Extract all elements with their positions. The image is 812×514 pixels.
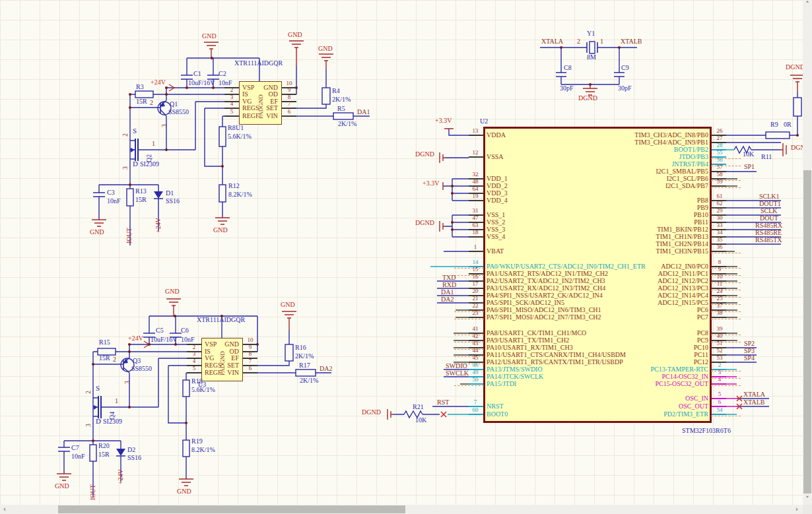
mcu-pin-number: 30	[712, 215, 727, 221]
xtr-part-number: XTR111AIDGQR	[234, 60, 283, 67]
net-da1: DA1	[357, 109, 370, 115]
scroll-down-icon[interactable]: ˅	[803, 495, 812, 504]
r11-val: 10K	[743, 151, 754, 158]
mcu-pin-name: I2C1_SDA/PB7	[528, 183, 708, 189]
xtr-designator: U3	[198, 381, 206, 388]
vertical-scrollbar-thumb[interactable]	[803, 170, 811, 494]
q3-ref: Q3	[133, 358, 141, 364]
r5-ref: R5	[337, 106, 345, 112]
net-swclk: SWCLK	[446, 370, 469, 377]
c6-val: 10nF	[181, 337, 195, 343]
d2-ref: D2	[127, 447, 135, 453]
xtr-pin-number: 8	[282, 94, 296, 100]
mcu-part-number: STM32F103R6T6	[682, 428, 731, 434]
mcu-pin-number: 20	[467, 288, 483, 294]
mcu-pin-stub	[469, 251, 483, 252]
horizontal-scrollbar-thumb[interactable]	[58, 505, 405, 513]
r9-ref: R9	[770, 121, 778, 128]
pwr-3v3: +3.3V	[435, 117, 452, 124]
net-rst: RST	[437, 399, 449, 406]
mcu-pin-name: PD2/TIM3_ETR	[528, 411, 708, 418]
r3-ref: R3	[136, 84, 144, 90]
xtr-pin-name: IS	[242, 91, 248, 98]
mcu-pin-number: 33	[712, 222, 727, 228]
xtr-pin-name: SET	[251, 105, 278, 112]
scroll-up-icon[interactable]: ˄	[803, 0, 812, 9]
schematic-canvas[interactable]: U2 STM32F103R6T6 ‹ › ˄ ˅ GNDC110uF/16VC2…	[0, 0, 812, 514]
xtr-pin-number: 10	[243, 337, 257, 343]
mcu-pin-name: PC8	[528, 330, 708, 337]
net-rs485rx: RS485RX	[755, 222, 782, 229]
r19-val: 8.2K/1%	[191, 447, 215, 453]
mcu-pin-number: 41	[467, 326, 483, 332]
mcu-pin-number: 25	[712, 296, 727, 302]
net-sp1: SP1	[744, 164, 755, 170]
xtr-pin-name: SET	[213, 362, 239, 369]
mcu-pin-name: PC6	[528, 307, 708, 313]
scroll-left-icon[interactable]: ‹	[0, 505, 9, 514]
q3-part: SS8550	[131, 366, 152, 372]
mcu-pin-name: VSS_2	[487, 219, 505, 226]
q4-s: S	[96, 385, 100, 392]
mcu-pin-number: 9	[712, 267, 727, 273]
q4-part: SI2309	[103, 418, 122, 425]
net-da2: DA2	[320, 366, 332, 372]
c9-ref: C9	[621, 65, 629, 71]
mcu-pin-number: 32	[467, 172, 483, 177]
unconnected-pin-marker	[711, 187, 741, 188]
mcu-pin-number: 42	[467, 333, 483, 339]
c2-ref: C2	[219, 71, 226, 77]
unconnected-pin-marker	[711, 253, 741, 253]
r12-ref: R12	[228, 183, 240, 189]
net-iout: IOUT	[90, 484, 96, 500]
r17-ref: R17	[299, 362, 310, 369]
q4-pin3: 3	[85, 424, 92, 427]
mcu-pin-stub	[712, 185, 726, 187]
mcu-pin-name: VDD_4	[487, 197, 508, 204]
xtr-pin-stub	[187, 372, 201, 373]
scroll-right-icon[interactable]: ›	[792, 505, 801, 514]
mcu-pin-number: 15	[467, 267, 483, 273]
mcu-pin-number: 27	[712, 135, 727, 141]
xtr-pin-number: 9	[243, 344, 257, 350]
r5-val: 2K/1%	[338, 121, 356, 127]
mcu-pin-name: PC7	[528, 314, 708, 321]
dgnd-label: DGND	[578, 95, 597, 102]
mcu-pin-number: 37	[712, 303, 727, 309]
mcu-pin-name: VDDA	[487, 132, 506, 139]
mcu-pin-name: TIM1_CH3N/PB15	[528, 248, 708, 255]
xtr-pin-number: 6	[243, 366, 257, 371]
power-arrows	[144, 84, 174, 348]
mcu-pin-name: ADC12_IN11/PC1	[528, 271, 708, 277]
mcu-pin-number: 26	[712, 128, 727, 134]
net-dout: DOUT	[760, 215, 778, 222]
net-rs485tx: RS485TX	[755, 237, 782, 243]
d2-triangle	[116, 449, 125, 456]
mcu-pin-number: 2	[712, 362, 727, 368]
xtr-pin-number: 8	[243, 351, 257, 357]
y1-pin2: 2	[577, 38, 580, 45]
gnd-label: GND	[281, 302, 295, 308]
q2-pin3: 3	[122, 166, 129, 170]
mcu-pin-number: 52	[712, 348, 727, 354]
r8-val: 5.6K/1%	[228, 133, 252, 140]
mcu-pin-number: 3	[712, 369, 727, 375]
mcu-pin-name: VDD_3	[487, 190, 508, 197]
net-xtala: XTALA	[743, 391, 765, 398]
r9-val: 0R	[784, 121, 792, 128]
mcu-pin-name: TIM1_CH2N/PB14	[528, 241, 708, 247]
mcu-pin-name: ADC12_IN12/PC2	[528, 278, 708, 284]
mcu-pin-number: 43	[467, 340, 483, 346]
mcu-pin-name: JTDO/PB3	[528, 154, 708, 160]
gnd-label: GND	[177, 488, 191, 495]
net-sp3: SP3	[744, 348, 755, 354]
r20-val: 15R	[98, 451, 110, 458]
net-rxd: RXD	[442, 282, 456, 288]
q2-s: S	[133, 127, 137, 135]
xtr-pin-number: 9	[282, 87, 296, 93]
mcu-pin-number: 46	[467, 362, 483, 368]
q4-pin2: 2	[85, 391, 92, 394]
net-xtalb: XTALB	[621, 38, 642, 45]
mcu-pin-name: PC12	[528, 359, 708, 366]
mcu-pin-number: 8	[712, 259, 727, 265]
